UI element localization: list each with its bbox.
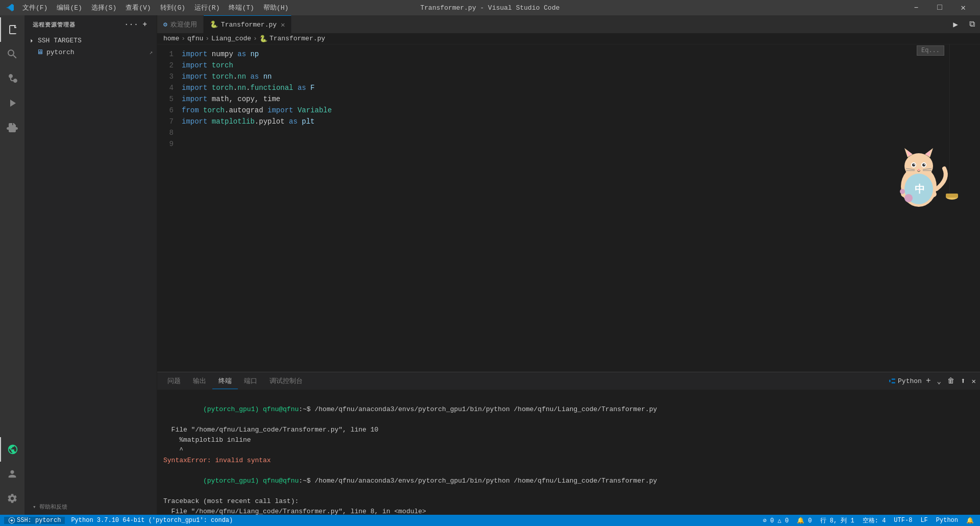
status-python[interactable]: Python 3.7.10 64-bit ('pytorch_gpu1': co… [69, 517, 235, 524]
terminal-line-3: %matplotlib inline [163, 435, 974, 445]
activity-search[interactable] [0, 42, 24, 66]
breadcrumb-liang-code[interactable]: Liang_code [211, 35, 251, 42]
terminal-tab-right: Python + ⌄ 🗑 ⬆ ✕ [889, 376, 976, 386]
terminal-maximize-button[interactable]: ⬆ [961, 376, 966, 386]
help-feedback[interactable]: ▾ 帮助和反馈 [24, 499, 157, 515]
tab-problems[interactable]: 问题 [161, 373, 187, 389]
breadcrumb-home[interactable]: home [163, 35, 179, 42]
svg-point-13 [914, 164, 915, 165]
editor-search-box[interactable]: Eq... [917, 45, 944, 56]
term-colon-6: :~$ [299, 477, 310, 485]
tab-bar-right: ▶ ⧉ [947, 15, 980, 33]
status-spaces[interactable]: 空格: 4 [861, 516, 888, 525]
status-bell[interactable]: 🔔 0 [795, 517, 814, 524]
terminal-line-4: ^ [163, 445, 974, 456]
terminal-content[interactable]: (pytorch_gpu1) qfnu@qfnu:~$ /home/qfnu/a… [157, 390, 980, 515]
terminal-more-button[interactable]: ⌄ [937, 377, 941, 386]
menu-select[interactable]: 选择(S) [87, 2, 120, 13]
search-box-text: Eq... [921, 47, 940, 54]
code-line-2: 2 import torch [157, 60, 980, 71]
status-position[interactable]: 行 8, 列 1 [818, 516, 856, 525]
tab-ports[interactable]: 端口 [238, 373, 263, 389]
menu-terminal[interactable]: 终端(T) [225, 2, 258, 13]
terminal-line-7: Traceback (most recent call last): [163, 496, 974, 507]
status-position-label: 行 8, 列 1 [820, 516, 854, 525]
editor-area: ⚙ 欢迎使用 🐍 Transformer.py ✕ ▶ ⧉ home › qfn… [157, 15, 980, 515]
breadcrumb-qfnu[interactable]: qfnu [187, 35, 203, 42]
code-editor[interactable]: 1 import numpy as np 2 import torch 3 im… [157, 44, 980, 372]
status-remote[interactable]: SSH: pytorch [4, 517, 65, 524]
status-language[interactable]: Python [934, 517, 960, 524]
menu-help[interactable]: 帮助(H) [259, 2, 292, 13]
pytorch-label: pytorch [46, 49, 75, 56]
monitor-icon: 🖥 [37, 49, 43, 56]
activity-settings[interactable] [0, 486, 24, 511]
sidebar-header: 远程资源管理器 ··· + [24, 15, 157, 34]
line-num-9: 9 [157, 138, 182, 150]
status-eol[interactable]: LF [918, 517, 929, 524]
tab-output[interactable]: 输出 [187, 373, 212, 389]
breadcrumb-filename: Transformer.py [270, 35, 325, 42]
activity-remote[interactable] [0, 437, 24, 462]
svg-rect-2 [892, 382, 895, 383]
menu-edit[interactable]: 编辑(E) [53, 2, 86, 13]
code-line-9: 9 [157, 138, 980, 150]
sidebar-add-icon[interactable]: + [142, 19, 149, 30]
activity-source-control[interactable] [0, 66, 24, 91]
tab-welcome[interactable]: ⚙ 欢迎使用 [157, 15, 204, 33]
svg-rect-1 [892, 378, 895, 379]
tab-debug-console[interactable]: 调试控制台 [263, 373, 309, 389]
menu-run[interactable]: 运行(R) [190, 2, 224, 13]
terminal-kill-button[interactable]: 🗑 [947, 377, 954, 385]
sidebar-more-icon[interactable]: ··· [123, 19, 139, 30]
terminal-line-6: (pytorch_gpu1) qfnu@qfnu:~$ /home/qfnu/a… [163, 466, 974, 496]
line-content-7: import matplotlib.pyplot as plt [182, 116, 315, 127]
status-spaces-label: 空格: 4 [863, 516, 886, 525]
minimize-button[interactable]: – [904, 0, 928, 15]
status-notifications[interactable]: 🔔 [964, 517, 976, 524]
sidebar-item-pytorch[interactable]: 🖥 pytorch ↗ [24, 46, 157, 58]
breadcrumb-file: 🐍 [259, 35, 267, 43]
sidebar: 远程资源管理器 ··· + SSH TARGETS 🖥 pytorch ↗ ▾ … [24, 15, 157, 515]
menu-goto[interactable]: 转到(G) [156, 2, 189, 13]
terminal-panel: 问题 输出 终端 端口 调试控制台 Python + ⌄ 🗑 ⬆ ✕ [157, 372, 980, 515]
code-content: 1 import numpy as np 2 import torch 3 im… [157, 44, 980, 372]
svg-rect-0 [889, 380, 890, 382]
svg-point-12 [922, 163, 925, 166]
status-errors[interactable]: ⊘ 0 △ 0 [761, 517, 791, 524]
terminal-tabs: 问题 输出 终端 端口 调试控制台 Python + ⌄ 🗑 ⬆ ✕ [157, 372, 980, 390]
line-num-7: 7 [157, 116, 182, 127]
breadcrumb: home › qfnu › Liang_code › 🐍 Transformer… [157, 33, 980, 44]
menu-file[interactable]: 文件(F) [18, 2, 52, 13]
tab-terminal[interactable]: 终端 [212, 373, 238, 389]
run-button[interactable]: ▶ [947, 16, 964, 33]
maximize-button[interactable]: □ [928, 0, 951, 15]
activity-account[interactable] [0, 462, 24, 486]
terminal-close-button[interactable]: ✕ [972, 377, 976, 386]
term-cmd-1: /home/qfnu/anaconda3/envs/pytorch_gpu1/b… [311, 405, 657, 413]
activity-extensions[interactable] [0, 115, 24, 140]
status-encoding[interactable]: UTF-8 [892, 517, 914, 524]
tab-transformer[interactable]: 🐍 Transformer.py ✕ [204, 15, 292, 33]
split-editor-button[interactable]: ⧉ [964, 16, 980, 33]
line-num-2: 2 [157, 60, 182, 71]
activity-run-debug[interactable] [0, 91, 24, 115]
tab-close-button[interactable]: ✕ [281, 20, 285, 29]
status-bar: SSH: pytorch Python 3.7.10 64-bit ('pyto… [0, 515, 980, 526]
activity-explorer[interactable] [0, 17, 24, 42]
status-bar-left: SSH: pytorch Python 3.7.10 64-bit ('pyto… [4, 517, 235, 524]
close-button[interactable]: ✕ [951, 0, 975, 15]
remote-icon [8, 517, 15, 524]
python-badge: Python [889, 377, 922, 385]
menu-view[interactable]: 查看(V) [121, 2, 155, 13]
svg-point-27 [900, 189, 905, 194]
terminal-add-button[interactable]: + [926, 376, 931, 386]
status-bar-right: ⊘ 0 △ 0 🔔 0 行 8, 列 1 空格: 4 UTF-8 LF Pyth… [761, 516, 976, 525]
code-line-6: 6 from torch.autograd import Variable [157, 105, 980, 116]
code-line-8: 8 [157, 127, 980, 138]
python-file-icon: 🐍 [210, 20, 218, 29]
ssh-targets-folder[interactable]: SSH TARGETS [24, 35, 157, 46]
connect-icon[interactable]: ↗ [149, 49, 153, 56]
code-line-1: 1 import numpy as np [157, 49, 980, 60]
line-content-1: import numpy as np [182, 49, 259, 60]
